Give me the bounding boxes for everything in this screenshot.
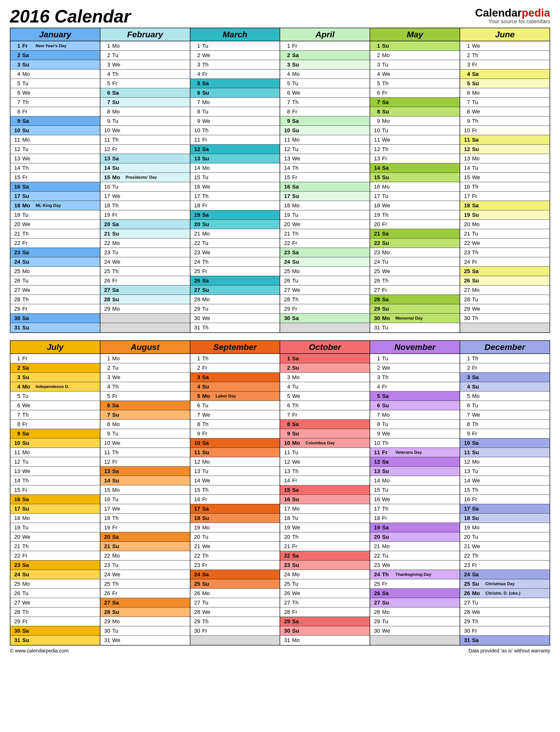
day-of-week: Tu	[381, 259, 394, 265]
day-of-week: Sa	[21, 184, 34, 190]
day-number: 6	[100, 402, 111, 409]
day-number: 24	[280, 259, 291, 265]
day-of-week: Th	[201, 193, 214, 200]
day-row: 22Fr	[10, 239, 100, 248]
day-number: 29	[460, 306, 471, 312]
day-row: 29Sa	[280, 617, 370, 626]
day-number: 26	[100, 590, 111, 597]
day-row: 4We	[370, 69, 460, 79]
day-of-week: Sa	[291, 553, 304, 559]
day-row: 6Su	[370, 401, 460, 410]
day-number: 1	[100, 356, 111, 362]
day-of-week: Sa	[201, 571, 214, 578]
day-of-week: We	[111, 193, 124, 200]
day-row: 15Fr	[10, 173, 100, 182]
day-row: 14Sa	[370, 163, 460, 173]
day-number: 3	[370, 62, 381, 68]
day-row: 2Fr	[460, 363, 550, 373]
day-number: 21	[370, 543, 381, 550]
day-of-week: Sa	[471, 506, 484, 512]
day-row: 7We	[460, 410, 550, 419]
day-number: 5	[190, 393, 201, 399]
day-of-week: We	[381, 71, 394, 77]
day-row: 23Tu	[100, 560, 190, 570]
month-header: October	[280, 341, 370, 354]
day-row: 18Mo	[10, 513, 100, 523]
day-number: 10	[100, 127, 111, 134]
day-number: 10	[190, 440, 201, 446]
day-row: 16Tu	[100, 182, 190, 192]
day-of-week: Sa	[471, 71, 484, 77]
day-number: 16	[10, 496, 21, 503]
day-number: 6	[10, 90, 21, 96]
day-of-week: Fr	[201, 430, 214, 437]
month-header: August	[100, 341, 190, 354]
day-number: 27	[100, 287, 111, 293]
day-row: 20We	[10, 220, 100, 229]
day-of-week: Su	[381, 240, 394, 247]
day-of-week: Su	[21, 506, 34, 512]
day-of-week: We	[21, 599, 34, 606]
day-of-week: Tu	[21, 459, 34, 465]
day-row: 12We	[280, 457, 370, 466]
day-of-week: Fr	[381, 383, 394, 390]
day-of-week: Sa	[291, 487, 304, 493]
day-number: 1	[280, 43, 291, 49]
day-row: 15Th	[190, 485, 280, 495]
day-of-week: Su	[471, 212, 484, 218]
day-of-week: Mo	[471, 221, 484, 228]
day-number: 8	[370, 109, 381, 115]
day-number: 26	[460, 590, 471, 597]
day-row: 30Th	[460, 314, 550, 323]
day-row	[190, 636, 280, 645]
day-of-week: Th	[471, 249, 484, 256]
day-number: 9	[10, 430, 21, 437]
day-of-week: Mo	[291, 440, 304, 446]
day-of-week: Mo	[471, 459, 484, 465]
day-number: 10	[370, 440, 381, 446]
day-row: 18Su	[190, 513, 280, 523]
day-of-week: Su	[21, 127, 34, 134]
day-of-week: Mo	[381, 315, 394, 322]
day-row: 2Sa	[280, 51, 370, 60]
day-row: 28Su	[100, 607, 190, 617]
day-number: 6	[460, 402, 471, 409]
day-number: 25	[370, 268, 381, 275]
day-number: 11	[460, 137, 471, 143]
day-of-week: Fr	[291, 240, 304, 247]
day-number: 12	[10, 459, 21, 465]
day-of-week: We	[291, 90, 304, 96]
day-row: 30Fr	[190, 626, 280, 636]
day-of-week: Mo	[471, 393, 484, 399]
day-number: 24	[100, 259, 111, 265]
day-number: 17	[460, 506, 471, 512]
day-of-week: Su	[201, 515, 214, 521]
day-number: 31	[10, 325, 21, 331]
day-of-week: Th	[21, 165, 34, 171]
day-number: 27	[190, 599, 201, 606]
day-row: 18Fr	[370, 513, 460, 523]
day-row: 12Tu	[10, 457, 100, 466]
day-row: 20Su	[370, 532, 460, 542]
day-row: 21Fr	[280, 542, 370, 551]
day-of-week: We	[471, 174, 484, 181]
day-number: 25	[10, 581, 21, 587]
day-number: 8	[10, 109, 21, 115]
day-number: 3	[10, 374, 21, 380]
day-of-week: Mo	[111, 487, 124, 493]
day-row: 20Mo	[460, 220, 550, 229]
day-of-week: We	[381, 628, 394, 634]
day-row: 18Th	[100, 513, 190, 523]
day-number: 17	[280, 193, 291, 200]
day-row: 6Mo	[460, 88, 550, 98]
day-row: 23Sa	[10, 560, 100, 570]
day-row: 17Tu	[370, 192, 460, 201]
day-of-week: Tu	[381, 618, 394, 625]
day-row: 16Sa	[280, 182, 370, 192]
day-number: 25	[280, 581, 291, 587]
day-of-week: Th	[201, 259, 214, 265]
day-row: 9We	[190, 116, 280, 126]
day-of-week: Th	[201, 356, 214, 362]
day-row: 3We	[100, 60, 190, 69]
day-row: 16Sa	[10, 495, 100, 504]
